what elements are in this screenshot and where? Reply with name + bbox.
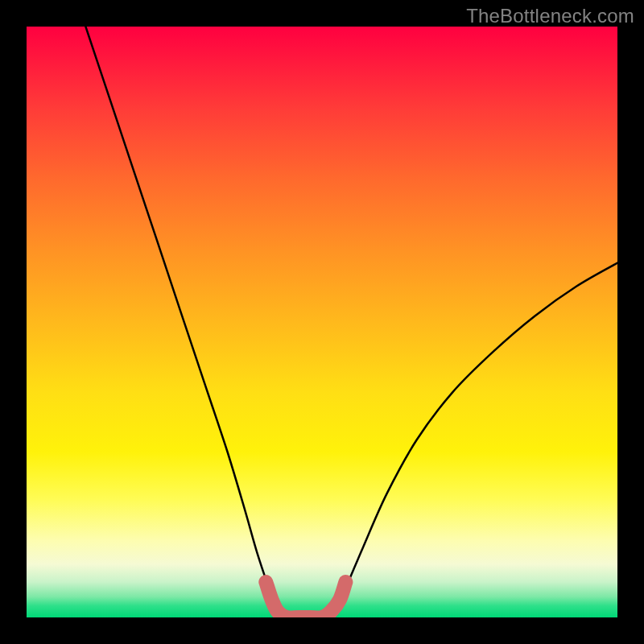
black-curve-right <box>334 263 617 612</box>
salmon-u-curve <box>266 582 345 617</box>
black-curve-left <box>85 27 278 612</box>
watermark-text: TheBottleneck.com <box>466 5 634 27</box>
plot-area <box>27 27 617 617</box>
chart-svg <box>27 27 617 617</box>
chart-frame: TheBottleneck.com <box>0 0 644 644</box>
